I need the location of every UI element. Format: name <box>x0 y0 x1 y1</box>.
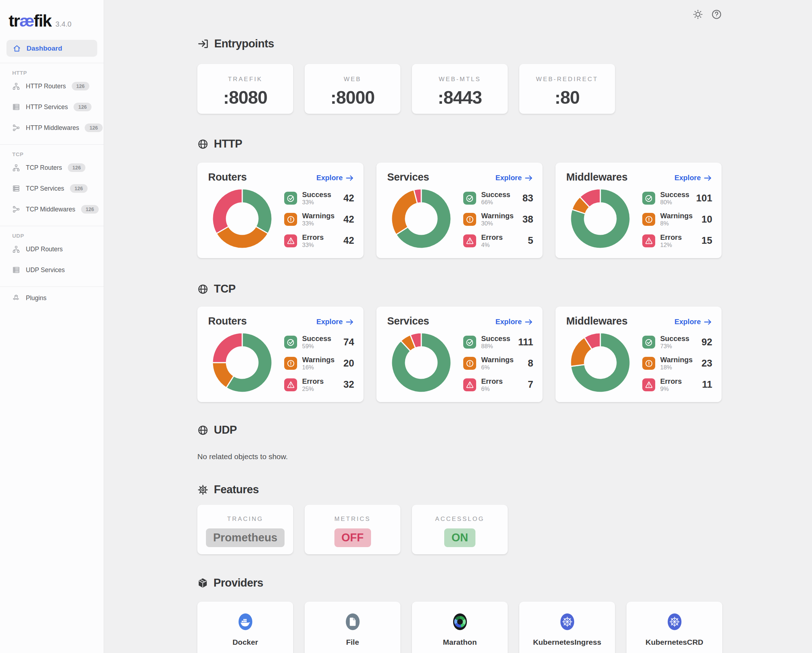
theme-sun-icon[interactable] <box>693 9 704 20</box>
legend-label: Errors <box>660 234 682 241</box>
legend-value: 10 <box>702 214 712 225</box>
sidebar-section: Plugins <box>0 286 104 308</box>
plugins-icon <box>12 294 20 302</box>
check-circle-icon <box>284 192 297 205</box>
providers-heading: Providers <box>197 575 723 591</box>
legend-percent: 16% <box>302 364 334 370</box>
card-title: Middlewares <box>566 171 627 183</box>
legend-row-warnings: Warnings18%23 <box>642 356 712 370</box>
sidebar-item-label: UDP Services <box>26 266 65 274</box>
exclamation-circle-icon <box>284 213 297 226</box>
check-circle-icon <box>463 336 476 349</box>
explore-link[interactable]: Explore <box>496 318 533 326</box>
explore-label: Explore <box>675 318 701 326</box>
legend-text: Warnings18% <box>660 356 693 370</box>
legend-value: 101 <box>696 193 712 204</box>
legend-row-errors: Errors33%42 <box>284 234 354 248</box>
legend-value: 92 <box>702 337 712 348</box>
sidebar-item-label: TCP Middlewares <box>26 206 75 213</box>
legend-label: Success <box>302 191 331 199</box>
sidebar-section-label: TCP <box>12 151 104 157</box>
legend-value: 5 <box>528 235 533 246</box>
sidebar-item-plugins[interactable]: Plugins <box>0 288 104 308</box>
card-title: Routers <box>208 171 247 183</box>
legend-label: Warnings <box>481 212 513 220</box>
globe-icon <box>197 425 209 436</box>
home-icon <box>12 44 21 53</box>
legend-percent: 33% <box>302 242 324 248</box>
tcp-cards-row: RoutersExploreSuccess59%74Warnings16%20E… <box>197 307 723 402</box>
sidebar-item-http-services[interactable]: HTTP Services126 <box>0 96 104 118</box>
services-icon <box>12 266 20 274</box>
package-icon <box>197 578 208 589</box>
legend-value: 42 <box>343 235 354 246</box>
explore-link[interactable]: Explore <box>496 174 533 182</box>
section-title: Providers <box>214 577 263 589</box>
sidebar-item-label: Dashboard <box>27 44 62 52</box>
chart-legend: Success88%111Warnings6%8Errors6%7 <box>463 335 533 399</box>
explore-link[interactable]: Explore <box>675 174 712 182</box>
explore-arrow-icon <box>525 318 533 326</box>
provider-card-file: File <box>305 602 400 653</box>
donut-chart <box>391 332 452 395</box>
entrypoints-heading: Entrypoints <box>197 36 723 52</box>
count-badge: 126 <box>70 184 87 193</box>
legend-text: Success66% <box>481 191 510 205</box>
legend-label: Errors <box>302 234 324 241</box>
sidebar-item-dashboard[interactable]: Dashboard <box>6 40 97 57</box>
legend-text: Warnings30% <box>481 212 513 226</box>
legend-percent: 73% <box>660 343 689 349</box>
tcp-services-card: ServicesExploreSuccess88%111Warnings6%8E… <box>376 307 543 402</box>
legend-row-errors: Errors12%15 <box>642 234 712 248</box>
entrypoint-name: TRAEFIK <box>228 76 262 83</box>
donut-chart <box>212 188 273 251</box>
provider-card-marathon: Marathon <box>412 602 508 653</box>
legend-row-errors: Errors4%5 <box>463 234 533 248</box>
sidebar-item-http-middlewares[interactable]: HTTP Middlewares126 <box>0 118 104 138</box>
sidebar-item-tcp-middlewares[interactable]: TCP Middlewares126 <box>0 199 104 220</box>
sidebar-item-tcp-routers[interactable]: TCP Routers126 <box>0 157 104 178</box>
sidebar-item-http-routers[interactable]: HTTP Routers126 <box>0 76 104 96</box>
routers-icon <box>12 245 20 253</box>
http-services-card: ServicesExploreSuccess66%83Warnings30%38… <box>376 163 543 258</box>
legend-text: Warnings33% <box>302 212 334 226</box>
sidebar-item-udp-routers[interactable]: UDP Routers <box>0 239 104 260</box>
count-badge: 126 <box>85 124 102 132</box>
chart-legend: Success59%74Warnings16%20Errors25%32 <box>284 335 354 399</box>
services-icon <box>12 103 20 111</box>
marathon-icon <box>452 611 469 632</box>
help-icon[interactable] <box>711 9 723 20</box>
sidebar-item-label: HTTP Middlewares <box>26 124 79 132</box>
provider-name: KubernetesCRD <box>646 638 703 647</box>
legend-label: Success <box>660 335 689 343</box>
check-circle-icon <box>284 336 297 349</box>
chart-legend: Success80%101Warnings8%10Errors12%15 <box>642 191 712 255</box>
provider-name: Docker <box>232 638 258 647</box>
provider-card-kubernetescrd: KubernetesCRD <box>626 602 722 653</box>
legend-value: 15 <box>702 235 712 246</box>
explore-link[interactable]: Explore <box>675 318 712 326</box>
legend-percent: 59% <box>302 343 331 349</box>
section-title: Entrypoints <box>214 37 274 50</box>
explore-link[interactable]: Explore <box>316 174 354 182</box>
entrypoint-port: :8443 <box>438 87 482 108</box>
legend-value: 11 <box>702 379 712 390</box>
legend-row-success: Success59%74 <box>284 335 354 349</box>
legend-row-warnings: Warnings16%20 <box>284 356 354 370</box>
legend-text: Errors6% <box>481 378 503 392</box>
explore-arrow-icon <box>345 174 354 182</box>
http-middlewares-card: MiddlewaresExploreSuccess80%101Warnings8… <box>556 163 722 258</box>
legend-percent: 6% <box>481 364 513 370</box>
kubernetes-icon <box>559 611 576 632</box>
sidebar-item-tcp-services[interactable]: TCP Services126 <box>0 178 104 199</box>
sidebar-item-udp-services[interactable]: UDP Services <box>0 260 104 280</box>
legend-text: Success59% <box>302 335 331 349</box>
gear-icon <box>197 484 209 495</box>
sidebar-section-label: HTTP <box>12 70 104 76</box>
provider-card-kubernetesingress: KubernetesIngress <box>519 602 615 653</box>
exclamation-circle-icon <box>463 213 476 226</box>
legend-row-errors: Errors25%32 <box>284 378 354 392</box>
donut-chart <box>391 188 452 251</box>
count-badge: 126 <box>68 163 85 172</box>
explore-link[interactable]: Explore <box>316 318 354 326</box>
